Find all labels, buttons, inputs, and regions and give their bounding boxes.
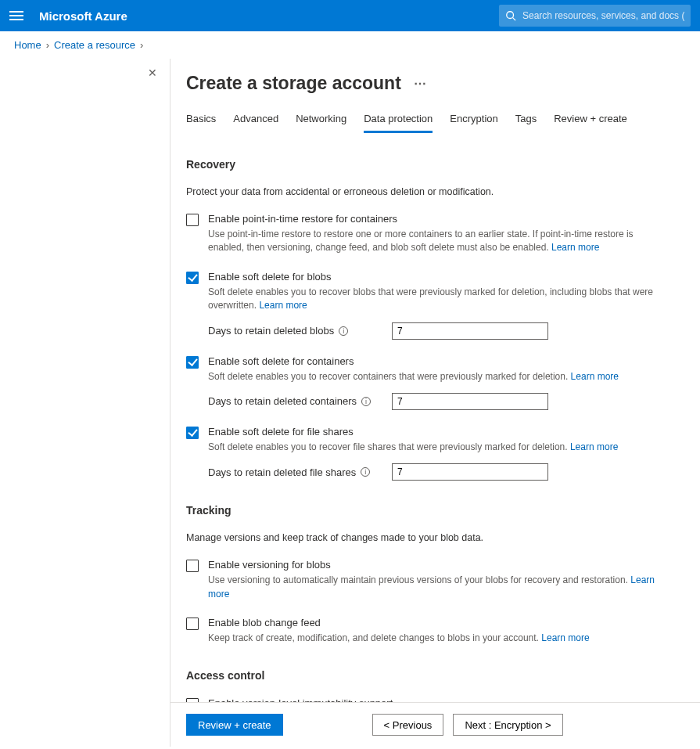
top-bar: Microsoft Azure bbox=[0, 0, 700, 31]
desc-soft-files-text: Soft delete enables you to recover file … bbox=[208, 441, 568, 452]
label-versioning: Enable versioning for blobs bbox=[208, 559, 671, 571]
desc-versioning-text: Use versioning to automatically maintain… bbox=[208, 574, 628, 585]
field-label-blobs: Days to retain deleted blobs i bbox=[208, 325, 392, 337]
desc-soft-blobs: Soft delete enables you to recover blobs… bbox=[208, 286, 671, 313]
learn-more-soft-files[interactable]: Learn more bbox=[570, 441, 618, 452]
field-row-blobs: Days to retain deleted blobs i bbox=[208, 322, 671, 340]
breadcrumb: Home › Create a resource › bbox=[0, 31, 700, 59]
info-icon[interactable]: i bbox=[361, 397, 371, 406]
label-pitr: Enable point-in-time restore for contain… bbox=[208, 213, 671, 225]
checkbox-versioning[interactable] bbox=[186, 560, 199, 572]
field-label-containers: Days to retain deleted containers i bbox=[208, 395, 392, 407]
desc-soft-containers: Soft delete enables you to recover conta… bbox=[208, 370, 671, 384]
desc-changefeed-text: Keep track of create, modification, and … bbox=[208, 632, 539, 643]
option-soft-files: Enable soft delete for file shares Soft … bbox=[186, 426, 671, 481]
svg-point-0 bbox=[507, 12, 514, 19]
tab-data-protection[interactable]: Data protection bbox=[364, 113, 433, 133]
learn-more-soft-blobs[interactable]: Learn more bbox=[259, 300, 307, 311]
section-tracking-title: Tracking bbox=[186, 504, 684, 517]
section-recovery-title: Recovery bbox=[186, 158, 684, 171]
label-soft-containers: Enable soft delete for containers bbox=[208, 355, 671, 367]
label-changefeed: Enable blob change feed bbox=[208, 617, 671, 628]
side-panel: ✕ bbox=[0, 59, 171, 747]
tab-networking[interactable]: Networking bbox=[296, 113, 346, 133]
learn-more-soft-containers[interactable]: Learn more bbox=[571, 371, 619, 382]
checkbox-changefeed[interactable] bbox=[186, 618, 199, 630]
main-content: Create a storage account ⋯ Basics Advanc… bbox=[171, 59, 700, 747]
previous-button[interactable]: < Previous bbox=[372, 714, 444, 736]
info-icon[interactable]: i bbox=[361, 467, 370, 477]
option-versioning: Enable versioning for blobs Use versioni… bbox=[186, 559, 671, 601]
checkbox-soft-blobs[interactable] bbox=[186, 272, 199, 284]
field-label-blobs-text: Days to retain deleted blobs bbox=[208, 325, 334, 337]
input-days-containers[interactable] bbox=[392, 393, 548, 410]
option-changefeed: Enable blob change feed Keep track of cr… bbox=[186, 617, 671, 645]
desc-changefeed: Keep track of create, modification, and … bbox=[208, 632, 671, 645]
desc-pitr: Use point-in-time restore to restore one… bbox=[208, 228, 671, 255]
checkbox-pitr[interactable] bbox=[186, 214, 199, 226]
svg-line-1 bbox=[513, 18, 516, 21]
desc-versioning: Use versioning to automatically maintain… bbox=[208, 574, 671, 601]
checkbox-soft-containers[interactable] bbox=[186, 356, 199, 369]
info-icon[interactable]: i bbox=[339, 326, 348, 336]
search-icon bbox=[505, 10, 516, 21]
chevron-right-icon: › bbox=[46, 39, 49, 51]
tab-advanced[interactable]: Advanced bbox=[233, 113, 278, 133]
page-title-text: Create a storage account bbox=[186, 73, 401, 94]
tab-encryption[interactable]: Encryption bbox=[450, 113, 497, 133]
learn-more-changefeed[interactable]: Learn more bbox=[541, 632, 589, 643]
label-soft-files: Enable soft delete for file shares bbox=[208, 426, 671, 438]
breadcrumb-create-resource[interactable]: Create a resource bbox=[54, 39, 135, 51]
tab-basics[interactable]: Basics bbox=[186, 113, 216, 133]
option-soft-blobs: Enable soft delete for blobs Soft delete… bbox=[186, 271, 671, 340]
wizard-footer: Review + create < Previous Next : Encryp… bbox=[171, 702, 700, 747]
section-access-title: Access control bbox=[186, 669, 684, 682]
input-days-files[interactable] bbox=[392, 463, 548, 481]
hamburger-menu-icon[interactable] bbox=[9, 9, 23, 23]
option-pitr: Enable point-in-time restore for contain… bbox=[186, 213, 671, 255]
label-soft-blobs: Enable soft delete for blobs bbox=[208, 271, 671, 283]
section-recovery-desc: Protect your data from accidental or err… bbox=[186, 186, 684, 197]
field-row-containers: Days to retain deleted containers i bbox=[208, 393, 671, 410]
field-label-files: Days to retain deleted file shares i bbox=[208, 466, 392, 478]
global-search[interactable] bbox=[499, 5, 691, 27]
azure-logo: Microsoft Azure bbox=[39, 9, 127, 23]
field-label-files-text: Days to retain deleted file shares bbox=[208, 466, 356, 478]
chevron-right-icon: › bbox=[140, 39, 143, 51]
desc-soft-containers-text: Soft delete enables you to recover conta… bbox=[208, 371, 568, 382]
field-row-files: Days to retain deleted file shares i bbox=[208, 463, 671, 481]
review-create-button[interactable]: Review + create bbox=[186, 714, 283, 736]
learn-more-pitr[interactable]: Learn more bbox=[551, 242, 599, 253]
search-input[interactable] bbox=[522, 10, 684, 21]
field-label-containers-text: Days to retain deleted containers bbox=[208, 395, 357, 407]
tab-review-create[interactable]: Review + create bbox=[554, 113, 627, 133]
section-tracking-desc: Manage versions and keep track of change… bbox=[186, 532, 684, 543]
more-actions-icon[interactable]: ⋯ bbox=[414, 76, 428, 91]
input-days-blobs[interactable] bbox=[392, 322, 548, 340]
page-title: Create a storage account ⋯ bbox=[186, 73, 684, 94]
tab-tags[interactable]: Tags bbox=[515, 113, 537, 133]
desc-soft-files: Soft delete enables you to recover file … bbox=[208, 441, 671, 454]
breadcrumb-home[interactable]: Home bbox=[14, 39, 41, 51]
tabs: Basics Advanced Networking Data protecti… bbox=[186, 113, 684, 133]
next-button[interactable]: Next : Encryption > bbox=[453, 714, 562, 736]
checkbox-soft-files[interactable] bbox=[186, 427, 199, 439]
option-soft-containers: Enable soft delete for containers Soft d… bbox=[186, 355, 671, 410]
close-icon[interactable]: ✕ bbox=[145, 63, 160, 82]
